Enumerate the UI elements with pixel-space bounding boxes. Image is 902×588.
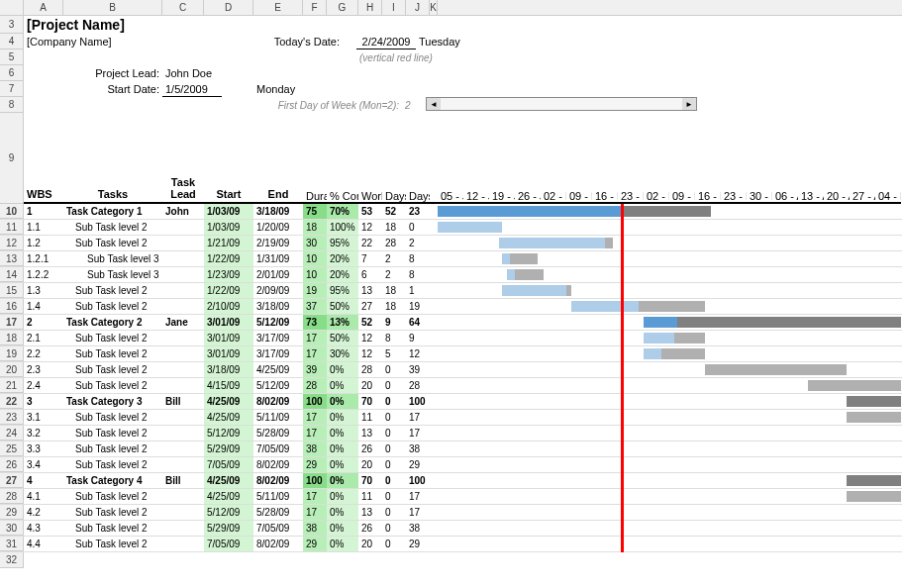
- pct-cell[interactable]: 0%: [327, 362, 358, 377]
- end-cell[interactable]: 3/17/09: [253, 331, 303, 345]
- duration-cell[interactable]: 73: [303, 315, 327, 330]
- task-cell[interactable]: Task Category 4: [63, 473, 162, 488]
- days-remaining-cell[interactable]: 8: [406, 267, 430, 282]
- end-cell[interactable]: 4/25/09: [253, 362, 303, 377]
- working-days-cell[interactable]: 52: [358, 315, 382, 330]
- pct-cell[interactable]: 13%: [327, 315, 358, 330]
- pct-cell[interactable]: 0%: [327, 426, 358, 441]
- pct-cell[interactable]: 0%: [327, 473, 358, 488]
- days-complete-cell[interactable]: 0: [382, 394, 406, 409]
- working-days-cell[interactable]: 28: [358, 362, 382, 377]
- days-complete-cell[interactable]: 2: [382, 267, 406, 282]
- task-cell[interactable]: Task Category 3: [63, 394, 162, 409]
- wbs-cell[interactable]: 4.1: [24, 489, 63, 504]
- days-remaining-cell[interactable]: 17: [406, 489, 430, 504]
- duration-cell[interactable]: 38: [303, 521, 327, 536]
- task-row[interactable]: 182.1Sub Task level 23/01/093/17/091750%…: [0, 331, 902, 346]
- duration-cell[interactable]: 30: [303, 236, 327, 250]
- pct-cell[interactable]: 0%: [327, 441, 358, 456]
- pct-cell[interactable]: 50%: [327, 331, 358, 345]
- wbs-cell[interactable]: 3.1: [24, 410, 63, 425]
- pct-cell[interactable]: 0%: [327, 394, 358, 409]
- end-cell[interactable]: 5/12/09: [253, 378, 303, 393]
- days-remaining-cell[interactable]: 23: [406, 204, 430, 219]
- lead-cell[interactable]: Bill: [162, 394, 204, 409]
- working-days-cell[interactable]: 7: [358, 251, 382, 266]
- column-letter[interactable]: C: [162, 0, 204, 15]
- task-row[interactable]: 202.3Sub Task level 23/18/094/25/09390%2…: [0, 362, 902, 378]
- task-cell[interactable]: Task Category 1: [63, 204, 162, 219]
- wbs-cell[interactable]: 1.4: [24, 299, 63, 314]
- task-cell[interactable]: Sub Task level 2: [63, 457, 162, 472]
- wbs-cell[interactable]: 1.3: [24, 283, 63, 298]
- days-complete-cell[interactable]: 2: [382, 251, 406, 266]
- working-days-cell[interactable]: 20: [358, 457, 382, 472]
- column-letter[interactable]: K: [430, 0, 438, 15]
- wbs-cell[interactable]: 1.2: [24, 236, 63, 250]
- end-cell[interactable]: 7/05/09: [253, 441, 303, 456]
- lead-cell[interactable]: [162, 441, 204, 456]
- start-cell[interactable]: 1/03/09: [204, 204, 253, 219]
- start-cell[interactable]: 1/22/09: [204, 251, 253, 266]
- category-row[interactable]: 274Task Category 4Bill4/25/098/02/091000…: [0, 473, 902, 489]
- project-name[interactable]: [Project Name]: [24, 16, 392, 34]
- end-cell[interactable]: 2/19/09: [253, 236, 303, 250]
- days-complete-cell[interactable]: 0: [382, 473, 406, 488]
- category-row[interactable]: 101Task Category 1John1/03/093/18/097570…: [0, 204, 902, 220]
- task-row[interactable]: 151.3Sub Task level 21/22/092/09/091995%…: [0, 283, 902, 299]
- task-cell[interactable]: Sub Task level 2: [63, 236, 162, 250]
- working-days-cell[interactable]: 70: [358, 394, 382, 409]
- start-cell[interactable]: 2/10/09: [204, 299, 253, 314]
- task-cell[interactable]: Sub Task level 2: [63, 220, 162, 235]
- lead-cell[interactable]: [162, 537, 204, 551]
- task-cell[interactable]: Sub Task level 2: [63, 489, 162, 504]
- days-remaining-cell[interactable]: 9: [406, 331, 430, 345]
- pct-cell[interactable]: 0%: [327, 378, 358, 393]
- duration-cell[interactable]: 37: [303, 299, 327, 314]
- wbs-cell[interactable]: 1.2.1: [24, 251, 63, 266]
- lead-cell[interactable]: [162, 426, 204, 441]
- pct-cell[interactable]: 70%: [327, 204, 358, 219]
- wbs-cell[interactable]: 1.2.2: [24, 267, 63, 282]
- days-remaining-cell[interactable]: 12: [406, 346, 430, 361]
- duration-cell[interactable]: 10: [303, 267, 327, 282]
- lead-cell[interactable]: [162, 331, 204, 345]
- column-letter[interactable]: B: [63, 0, 162, 15]
- company-name[interactable]: [Company Name]: [24, 34, 253, 49]
- pct-cell[interactable]: 0%: [327, 521, 358, 536]
- working-days-cell[interactable]: 27: [358, 299, 382, 314]
- working-days-cell[interactable]: 13: [358, 283, 382, 298]
- days-complete-cell[interactable]: 18: [382, 299, 406, 314]
- column-letter[interactable]: J: [406, 0, 430, 15]
- task-cell[interactable]: Sub Task level 2: [63, 537, 162, 551]
- wbs-cell[interactable]: 3.4: [24, 457, 63, 472]
- wbs-cell[interactable]: 1: [24, 204, 63, 219]
- days-remaining-cell[interactable]: 0: [406, 220, 430, 235]
- lead-cell[interactable]: [162, 267, 204, 282]
- days-complete-cell[interactable]: 9: [382, 315, 406, 330]
- days-complete-cell[interactable]: 8: [382, 331, 406, 345]
- pct-cell[interactable]: 0%: [327, 537, 358, 551]
- duration-cell[interactable]: 75: [303, 204, 327, 219]
- end-cell[interactable]: 8/02/09: [253, 473, 303, 488]
- end-cell[interactable]: 2/09/09: [253, 283, 303, 298]
- working-days-cell[interactable]: 12: [358, 346, 382, 361]
- days-remaining-cell[interactable]: 29: [406, 537, 430, 551]
- days-remaining-cell[interactable]: 19: [406, 299, 430, 314]
- lead-cell[interactable]: Bill: [162, 473, 204, 488]
- days-remaining-cell[interactable]: 1: [406, 283, 430, 298]
- days-complete-cell[interactable]: 0: [382, 505, 406, 520]
- pct-cell[interactable]: 95%: [327, 283, 358, 298]
- task-cell[interactable]: Sub Task level 2: [63, 299, 162, 314]
- days-complete-cell[interactable]: 0: [382, 426, 406, 441]
- duration-cell[interactable]: 39: [303, 362, 327, 377]
- working-days-cell[interactable]: 12: [358, 220, 382, 235]
- working-days-cell[interactable]: 13: [358, 426, 382, 441]
- lead-cell[interactable]: [162, 378, 204, 393]
- days-remaining-cell[interactable]: 17: [406, 426, 430, 441]
- lead-cell[interactable]: John: [162, 204, 204, 219]
- start-cell[interactable]: 3/01/09: [204, 331, 253, 345]
- start-cell[interactable]: 4/25/09: [204, 473, 253, 488]
- task-row[interactable]: 121.2Sub Task level 21/21/092/19/093095%…: [0, 236, 902, 251]
- days-complete-cell[interactable]: 0: [382, 378, 406, 393]
